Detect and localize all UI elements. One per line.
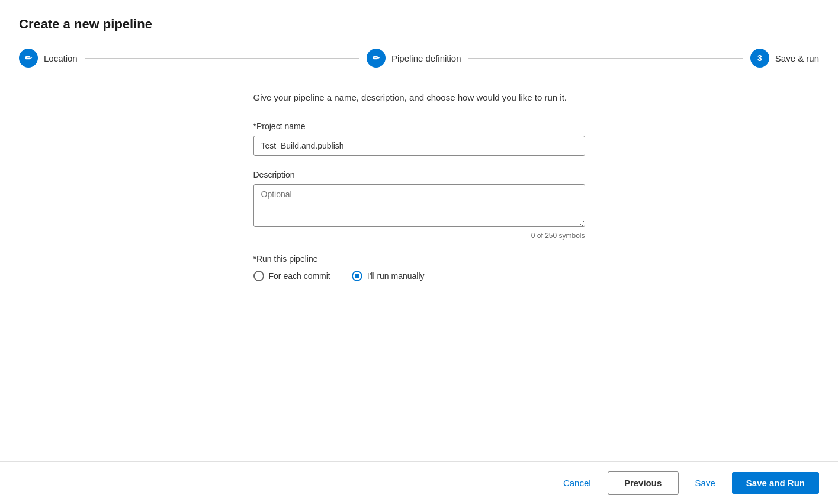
step-location: ✏ Location [19, 49, 78, 68]
run-pipeline-group: *Run this pipeline For each commit I'll … [253, 254, 585, 281]
step-location-label: Location [44, 53, 78, 63]
save-and-run-button[interactable]: Save and Run [732, 472, 819, 494]
page-title: Create a new pipeline [19, 17, 819, 32]
radio-each-commit[interactable]: For each commit [253, 271, 330, 281]
cancel-button[interactable]: Cancel [554, 472, 601, 494]
radio-manually-dot [355, 274, 359, 278]
step-line-2 [468, 58, 743, 59]
save-button[interactable]: Save [686, 472, 725, 494]
radio-manually[interactable]: I'll run manually [352, 271, 425, 281]
step-location-icon: ✏ [19, 49, 38, 68]
step-save-run: 3 Save & run [750, 49, 819, 68]
footer: Cancel Previous Save Save and Run [0, 461, 838, 504]
intro-text: Give your pipeline a name, description, … [253, 91, 585, 105]
page-header: Create a new pipeline ✏ Location ✏ Pipel… [0, 0, 838, 91]
project-name-input[interactable] [253, 136, 585, 156]
radio-each-commit-label: For each commit [269, 271, 330, 281]
step-pipeline-label: Pipeline definition [391, 53, 461, 63]
description-group: Description 0 of 250 symbols [253, 170, 585, 240]
step-save-run-label: Save & run [775, 53, 819, 63]
main-content: Give your pipeline a name, description, … [0, 91, 838, 461]
char-count: 0 of 250 symbols [253, 232, 585, 240]
radio-manually-label: I'll run manually [367, 271, 425, 281]
description-label: Description [253, 170, 585, 179]
pencil-icon-location: ✏ [25, 53, 32, 63]
step-pipeline-definition: ✏ Pipeline definition [367, 49, 461, 68]
run-pipeline-label: *Run this pipeline [253, 254, 585, 264]
description-textarea[interactable] [253, 184, 585, 227]
step-save-run-icon: 3 [750, 49, 769, 68]
step-line-1 [85, 58, 359, 59]
project-name-group: *Project name [253, 121, 585, 156]
step-pipeline-icon: ✏ [367, 49, 386, 68]
radio-manually-circle [352, 271, 362, 281]
form-container: Give your pipeline a name, description, … [253, 91, 585, 296]
pencil-icon-pipeline: ✏ [373, 53, 380, 63]
radio-each-commit-circle [253, 271, 264, 281]
project-name-label: *Project name [253, 121, 585, 131]
step-save-run-number: 3 [757, 53, 762, 63]
previous-button[interactable]: Previous [608, 471, 679, 495]
stepper: ✏ Location ✏ Pipeline definition 3 Save … [19, 49, 819, 68]
radio-group: For each commit I'll run manually [253, 271, 585, 281]
